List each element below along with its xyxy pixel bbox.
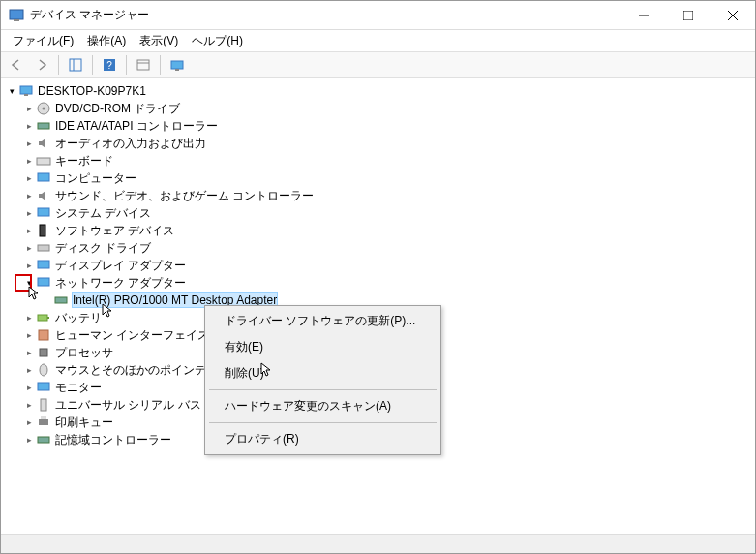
hid-icon xyxy=(36,327,51,343)
svg-rect-27 xyxy=(38,315,47,321)
expander-icon[interactable]: ▸ xyxy=(22,433,36,446)
tree-node-computer[interactable]: ▸コンピューター xyxy=(5,169,751,187)
window-title: デバイス マネージャー xyxy=(30,7,621,23)
svg-rect-18 xyxy=(38,123,49,129)
expander-icon[interactable]: ▸ xyxy=(22,241,36,255)
title-bar: デバイス マネージャー xyxy=(1,1,755,30)
expander-icon[interactable]: ▸ xyxy=(22,154,36,168)
menu-view[interactable]: 表示(V) xyxy=(134,31,184,51)
battery-icon xyxy=(36,310,51,325)
tree-node-audio[interactable]: ▸オーディオの入力および出力 xyxy=(5,135,751,152)
svg-rect-30 xyxy=(40,349,47,356)
svg-text:?: ? xyxy=(106,60,112,71)
expander-icon[interactable]: ▸ xyxy=(22,381,36,394)
expander-icon[interactable]: ▸ xyxy=(22,171,36,185)
scan-button[interactable] xyxy=(166,53,189,77)
dvd-icon xyxy=(36,101,51,116)
tree-node-system[interactable]: ▸システム デバイス xyxy=(5,204,751,222)
toolbar: ? xyxy=(1,51,755,78)
expander-icon[interactable]: ▸ xyxy=(22,224,36,237)
svg-rect-12 xyxy=(171,61,183,69)
disk-icon xyxy=(36,240,51,256)
window-controls xyxy=(621,1,755,30)
ctx-update-driver[interactable]: ドライバー ソフトウェアの更新(P)... xyxy=(207,308,438,334)
storage-icon xyxy=(36,432,51,447)
back-button[interactable] xyxy=(5,53,28,77)
speaker-icon xyxy=(36,136,51,151)
minimize-button[interactable] xyxy=(621,1,666,30)
ctx-scan[interactable]: ハードウェア変更のスキャン(A) xyxy=(207,393,438,419)
toolbar-separator xyxy=(126,55,127,75)
svg-rect-13 xyxy=(175,69,179,71)
svg-rect-1 xyxy=(14,19,19,21)
show-hide-button[interactable] xyxy=(64,53,87,77)
expander-icon[interactable]: ▸ xyxy=(22,416,36,429)
tree-node-keyboard[interactable]: ▸キーボード xyxy=(5,152,751,169)
tree-node-ide[interactable]: ▸IDE ATA/ATAPI コントローラー xyxy=(5,117,751,135)
svg-rect-24 xyxy=(38,261,49,268)
svg-rect-32 xyxy=(38,383,49,390)
network-adapter-icon xyxy=(53,292,69,308)
expander-icon[interactable]: ▾ xyxy=(22,276,36,290)
svg-rect-28 xyxy=(47,317,49,319)
menu-bar: ファイル(F) 操作(A) 表示(V) ヘルプ(H) xyxy=(1,30,755,51)
expander-icon[interactable]: ▸ xyxy=(22,363,36,377)
tree-node-network[interactable]: ▾ネットワーク アダプター xyxy=(5,274,751,292)
expander-icon[interactable]: ▸ xyxy=(22,189,36,202)
menu-help[interactable]: ヘルプ(H) xyxy=(186,31,249,51)
context-menu: ドライバー ソフトウェアの更新(P)... 有効(E) 削除(U) ハードウェア… xyxy=(204,305,441,455)
toolbar-separator xyxy=(92,55,93,75)
svg-rect-0 xyxy=(10,10,23,19)
toolbar-separator xyxy=(58,55,59,75)
svg-rect-34 xyxy=(39,419,48,425)
svg-rect-3 xyxy=(683,11,693,20)
maximize-button[interactable] xyxy=(666,1,711,30)
expander-icon[interactable]: ▾ xyxy=(5,84,18,98)
tree-node-sound[interactable]: ▸サウンド、ビデオ、およびゲーム コントローラー xyxy=(5,187,751,204)
cpu-icon xyxy=(36,345,51,360)
expander-icon[interactable]: ▸ xyxy=(22,311,36,324)
tree-node-disk[interactable]: ▸ディスク ドライブ xyxy=(5,239,751,257)
expander-icon[interactable]: ▸ xyxy=(22,398,36,412)
printer-icon xyxy=(36,415,51,430)
tree-node-display[interactable]: ▸ディスプレイ アダプター xyxy=(5,257,751,274)
svg-rect-21 xyxy=(38,208,49,216)
svg-rect-15 xyxy=(24,94,28,96)
expander-icon[interactable]: ▸ xyxy=(22,328,36,342)
svg-rect-23 xyxy=(38,245,49,251)
expander-icon[interactable]: ▸ xyxy=(22,119,36,133)
menu-file[interactable]: ファイル(F) xyxy=(7,31,79,51)
svg-rect-14 xyxy=(20,86,32,94)
ctx-properties[interactable]: プロパティ(R) xyxy=(207,426,438,452)
help-button[interactable]: ? xyxy=(98,53,121,77)
ctx-separator xyxy=(209,389,437,390)
toolbar-separator xyxy=(160,55,161,75)
svg-rect-35 xyxy=(41,416,46,419)
root-label: DESKTOP-K09P7K1 xyxy=(38,84,146,98)
svg-rect-20 xyxy=(38,173,49,181)
svg-rect-26 xyxy=(55,297,67,303)
svg-point-31 xyxy=(40,364,47,376)
app-icon xyxy=(9,8,24,23)
close-button[interactable] xyxy=(711,1,755,30)
speaker-icon xyxy=(36,188,51,203)
expander-icon[interactable]: ▸ xyxy=(22,346,36,359)
ctx-delete[interactable]: 削除(U) xyxy=(207,360,438,386)
tree-node-software[interactable]: ▸ソフトウェア デバイス xyxy=(5,222,751,239)
ide-icon xyxy=(36,118,51,134)
menu-action[interactable]: 操作(A) xyxy=(81,31,132,51)
expander-icon[interactable]: ▸ xyxy=(22,206,36,220)
expander-icon[interactable]: ▸ xyxy=(22,137,36,150)
ctx-enable[interactable]: 有効(E) xyxy=(207,334,438,360)
tree-node-dvd[interactable]: ▸DVD/CD-ROM ドライブ xyxy=(5,100,751,117)
expander-icon[interactable]: ▸ xyxy=(22,259,36,272)
expander-icon[interactable]: ▸ xyxy=(22,102,36,115)
network-icon xyxy=(36,275,51,291)
properties-button[interactable] xyxy=(132,53,155,77)
forward-button[interactable] xyxy=(30,53,53,77)
svg-rect-22 xyxy=(40,225,45,236)
mouse-icon xyxy=(36,362,51,378)
svg-rect-25 xyxy=(38,278,49,286)
usb-icon xyxy=(36,397,51,413)
tree-root[interactable]: ▾ DESKTOP-K09P7K1 xyxy=(5,82,751,100)
